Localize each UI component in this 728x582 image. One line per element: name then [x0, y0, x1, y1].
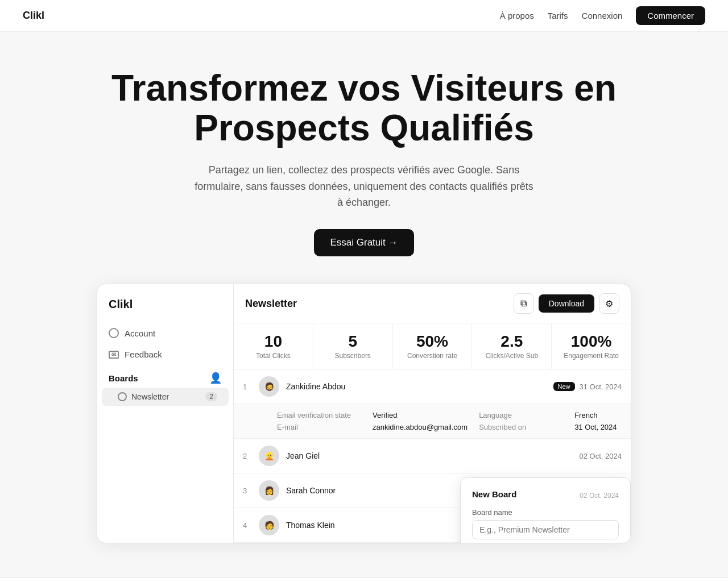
detail-subscribed: Subscribed on 31 Oct, 2024 — [479, 423, 622, 431]
feedback-icon: ✉ — [109, 351, 119, 359]
subscriber-detail-1: Email verification state Verified Langua… — [234, 404, 631, 438]
stats-row: 10 Total Clicks 5 Subscribers 50% Conver… — [234, 323, 631, 369]
stat-subscribers: 5 Subscribers — [313, 323, 393, 369]
nav-logo: Clikl — [23, 10, 44, 22]
copy-icon-button[interactable]: ⧉ — [514, 293, 534, 314]
stat-clicks-active: 2.5 Clicks/Active Sub — [472, 323, 552, 369]
board-name-label: Board name — [472, 508, 619, 517]
sub-num-1: 1 — [243, 383, 254, 391]
subscriber-main-1[interactable]: 1 🧔 Zankidine Abdou New 31 Oct, 2024 — [234, 369, 631, 404]
hero-cta-button[interactable]: Essai Gratuit → — [314, 229, 413, 256]
sub-name-2: Jean Giel — [286, 451, 580, 460]
boards-header: Boards 👤 — [97, 365, 233, 388]
settings-icon-button[interactable]: ⚙ — [599, 293, 619, 314]
sub-num-4: 4 — [243, 521, 254, 530]
avatar-2: 👱 — [259, 446, 279, 466]
sub-date-2: 02 Oct, 2024 — [580, 452, 622, 460]
stat-engagement: 100% Engagement Rate — [552, 323, 631, 369]
stat-conversion: 50% Converstion rate — [393, 323, 473, 369]
new-board-panel: New Board 02 Oct, 2024 Board name Confir… — [460, 477, 631, 543]
sub-num-2: 2 — [243, 452, 254, 460]
detail-subscribed-value: 31 Oct, 2024 — [574, 423, 617, 431]
detail-email-value: zankidine.abdou@gmail.com — [373, 423, 468, 431]
nav-link-about[interactable]: À propos — [500, 11, 534, 20]
detail-language-value: French — [574, 411, 597, 419]
stat-total-clicks-label: Total Clicks — [238, 352, 308, 360]
panel-title: Newsletter — [245, 298, 297, 310]
badge-new-1: New — [553, 382, 575, 391]
nav-link-connexion[interactable]: Connexion — [582, 11, 623, 20]
hero-title: Transformez vos Visiteurs en Prospects Q… — [108, 68, 620, 148]
panel-actions: ⧉ Download ⚙ — [514, 293, 619, 314]
board-icon — [118, 392, 127, 401]
nav-cta-button[interactable]: Commencer — [636, 6, 705, 25]
new-board-title: New Board — [472, 489, 516, 499]
board-name-input[interactable] — [472, 520, 619, 539]
avatar-1: 🧔 — [259, 376, 279, 397]
main-panel: Newsletter ⧉ Download ⚙ 10 Total Clicks … — [234, 284, 631, 543]
sidebar-logo: Clikl — [97, 298, 233, 322]
stat-subscribers-value: 5 — [318, 332, 388, 351]
stat-conversion-label: Converstion rate — [398, 352, 468, 360]
subscriber-main-2[interactable]: 2 👱 Jean Giel 02 Oct, 2024 — [234, 439, 631, 473]
stat-engagement-label: Engagement Rate — [556, 352, 626, 360]
stat-clicks-active-value: 2.5 — [477, 332, 547, 351]
board-item-label: Newsletter — [131, 392, 169, 401]
footer: Copyright © 2024 Clikl. Tous droits rése… — [0, 577, 728, 582]
hero-section: Transformez vos Visiteurs en Prospects Q… — [0, 32, 728, 284]
download-button[interactable]: Download — [539, 294, 594, 313]
sidebar-item-feedback[interactable]: ✉ Feedback — [97, 344, 233, 365]
app-window: Clikl Account ✉ Feedback Boards 👤 Newsle… — [97, 284, 631, 543]
board-item-left: Newsletter — [118, 392, 169, 401]
sub-num-3: 3 — [243, 487, 254, 495]
subscriber-row-2: 2 👱 Jean Giel 02 Oct, 2024 — [234, 439, 631, 473]
avatar-4: 🧑 — [259, 515, 279, 535]
detail-email: E-mail zankidine.abdou@gmail.com — [277, 423, 468, 431]
subscriber-row-1: 1 🧔 Zankidine Abdou New 31 Oct, 2024 Ema… — [234, 369, 631, 439]
sidebar: Clikl Account ✉ Feedback Boards 👤 Newsle… — [97, 284, 234, 543]
sidebar-item-account[interactable]: Account — [97, 322, 233, 344]
board-item-newsletter[interactable]: Newsletter 2 — [102, 388, 229, 406]
stat-total-clicks: 10 Total Clicks — [234, 323, 313, 369]
panel-header: Newsletter ⧉ Download ⚙ — [234, 284, 631, 323]
detail-language: Language French — [479, 411, 622, 419]
add-board-icon[interactable]: 👤 — [209, 372, 222, 384]
detail-verification-label: Email verification state — [277, 411, 368, 419]
avatar-3: 👩 — [259, 480, 279, 501]
detail-email-label: E-mail — [277, 423, 368, 431]
board-item-badge: 2 — [205, 392, 217, 401]
hero-subtitle: Partagez un lien, collectez des prospect… — [193, 162, 535, 211]
stat-conversion-value: 50% — [398, 332, 468, 351]
detail-subscribed-label: Subscribed on — [479, 423, 570, 431]
boards-label: Boards — [109, 373, 138, 383]
sidebar-account-label: Account — [125, 329, 155, 338]
nav-links: À propos Tarifs Connexion Commencer — [500, 6, 705, 25]
new-board-date: 02 Oct, 2024 — [580, 492, 619, 500]
nav-link-tarifs[interactable]: Tarifs — [548, 11, 568, 20]
sidebar-nav: Account ✉ Feedback — [97, 322, 233, 365]
account-icon — [109, 328, 119, 338]
sub-date-1: 31 Oct, 2024 — [580, 383, 622, 391]
sidebar-feedback-label: Feedback — [125, 350, 162, 359]
stat-subscribers-label: Subscribers — [318, 352, 388, 360]
detail-verification: Email verification state Verified — [277, 411, 468, 419]
detail-language-label: Language — [479, 411, 570, 419]
sub-name-1: Zankidine Abdou — [286, 382, 553, 391]
detail-verification-value: Verified — [373, 411, 397, 419]
stat-engagement-value: 100% — [556, 332, 626, 351]
stat-total-clicks-value: 10 — [238, 332, 308, 351]
navbar: Clikl À propos Tarifs Connexion Commence… — [0, 0, 728, 32]
stat-clicks-active-label: Clicks/Active Sub — [477, 352, 547, 360]
